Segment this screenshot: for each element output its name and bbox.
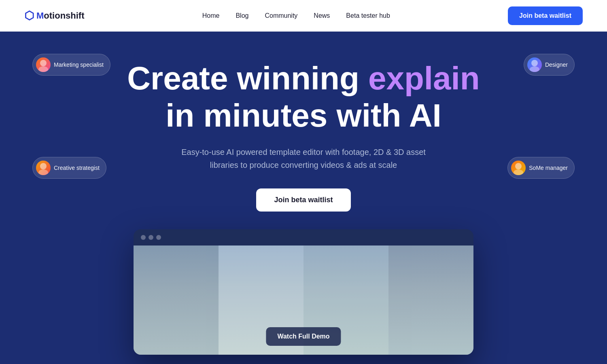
hero-section: Marketing specialist Designer Creative s… (0, 32, 607, 364)
nav-item-blog[interactable]: Blog (236, 12, 248, 19)
demo-col-4 (388, 245, 473, 355)
window-dot-1 (141, 235, 146, 240)
watch-demo-button[interactable]: Watch Full Demo (266, 327, 341, 346)
svg-point-4 (40, 163, 47, 169)
nav-join-button[interactable]: Join beta waitlist (508, 6, 583, 25)
demo-titlebar (134, 229, 473, 245)
avatar-marketing (36, 57, 51, 72)
svg-point-2 (531, 60, 538, 66)
badge-marketing: Marketing specialist (32, 54, 110, 76)
nav-item-news[interactable]: News (314, 12, 330, 19)
svg-point-6 (515, 163, 522, 169)
nav-item-beta[interactable]: Beta tester hub (346, 12, 390, 19)
demo-window: Watch Full Demo (134, 229, 473, 355)
hero-join-button[interactable]: Join beta waitlist (256, 188, 350, 212)
window-dot-3 (156, 235, 161, 240)
logo-text: Motionshift (36, 11, 85, 21)
svg-point-7 (514, 169, 523, 175)
svg-point-5 (38, 169, 48, 175)
logo[interactable]: ⬡ Motionshift (24, 10, 85, 21)
avatar-designer (527, 57, 542, 72)
hero-title-accent: explain (368, 60, 480, 96)
svg-point-1 (38, 66, 48, 72)
badge-marketing-label: Marketing specialist (54, 61, 104, 68)
badge-creative: Creative strategist (32, 157, 106, 179)
demo-col-1 (134, 245, 219, 355)
badge-designer-label: Designer (545, 61, 568, 68)
badge-some: SoMe manager (507, 157, 575, 179)
badge-creative-label: Creative strategist (54, 165, 100, 171)
hero-subtitle: Easy-to-use AI powered template editor w… (24, 146, 583, 171)
logo-icon: ⬡ (24, 10, 34, 21)
svg-point-3 (530, 66, 539, 72)
hero-title-part2: in minutes with AI (166, 97, 441, 133)
nav-links: Home Blog Community News Beta tester hub (202, 12, 390, 19)
window-dot-2 (149, 235, 153, 240)
hero-title-part1: Create winning (127, 60, 368, 96)
demo-content: Watch Full Demo (134, 245, 473, 355)
badge-designer: Designer (524, 54, 575, 76)
badge-some-label: SoMe manager (529, 165, 568, 171)
avatar-some (511, 161, 526, 175)
navbar: ⬡ Motionshift Home Blog Community News B… (0, 0, 607, 32)
nav-item-home[interactable]: Home (202, 12, 220, 19)
nav-item-community[interactable]: Community (265, 12, 297, 19)
svg-point-0 (40, 60, 47, 66)
avatar-creative (36, 161, 51, 175)
